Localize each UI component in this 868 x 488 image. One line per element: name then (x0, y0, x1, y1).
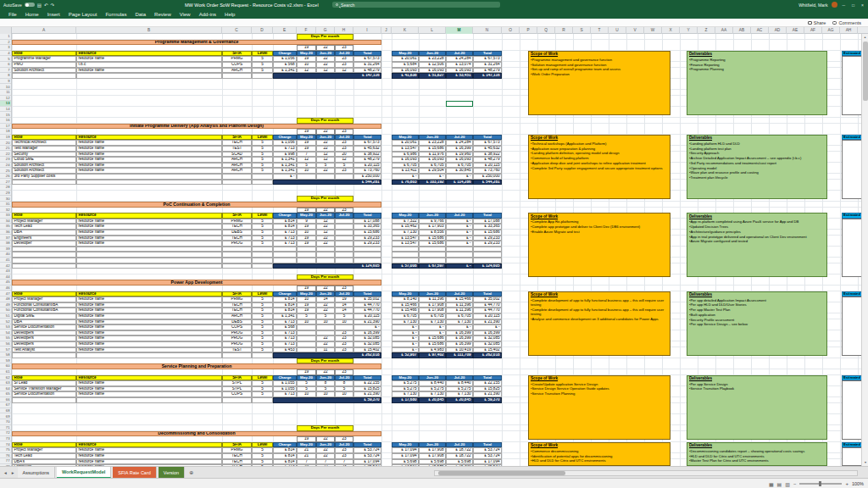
cell-days-jun[interactable]: 11 (316, 347, 335, 353)
cell-charge[interactable]: £ 814 (273, 308, 297, 313)
month-column-header[interactable]: Jun-20 (419, 213, 446, 219)
cell-charge[interactable]: £ 814 (273, 224, 297, 230)
row-header-64[interactable]: 64 (0, 385, 11, 391)
row-header-73[interactable]: 73 (0, 436, 11, 442)
col-header-H[interactable]: H (335, 27, 353, 34)
days-value[interactable]: 19 (297, 129, 316, 135)
row-header-25[interactable]: 25 (0, 168, 11, 174)
cell-cost-may[interactable]: £ 17,094 (392, 447, 419, 453)
cell-row-total[interactable]: £ 53,724 (353, 453, 381, 459)
cell-level[interactable]: 5 (252, 62, 273, 68)
cell-cost-total[interactable]: £ 17,088 (473, 219, 502, 225)
cell-charge[interactable]: £ 713 (273, 341, 297, 347)
cell-resource[interactable]: resource name (76, 146, 222, 152)
deliverables-box[interactable]: Deliverables•Per app detailed Applicatio… (687, 291, 827, 356)
cell-cost-jun[interactable]: £ 5,275 (419, 386, 446, 392)
cell-empty[interactable] (76, 352, 222, 358)
cell-charge[interactable]: £ 814 (273, 447, 297, 453)
cell-cost-may[interactable]: £ 6,705 (392, 163, 419, 169)
cell-cost-may[interactable]: £ - (392, 330, 419, 336)
cell-days-jul[interactable]: 23 (335, 62, 353, 68)
cell-role[interactable]: Project Manager (12, 297, 76, 302)
cell-level[interactable]: 5 (252, 308, 273, 313)
selected-cell[interactable] (446, 101, 473, 107)
cell-charge[interactable]: £ 453 (273, 347, 297, 353)
cell-days-jul[interactable]: 5 (335, 386, 353, 392)
cell-cost-jul[interactable]: £ 11,396 (446, 302, 473, 308)
estimated-box[interactable] (842, 297, 861, 355)
redo-icon[interactable]: ↷ (51, 3, 55, 8)
ribbon-tab-formulas[interactable]: Formulas (101, 9, 131, 19)
month-column-header[interactable]: May-20 (392, 135, 419, 141)
cell-days-may[interactable] (297, 341, 316, 347)
cell-days-may[interactable]: 10 (297, 319, 316, 325)
col-header-Y[interactable]: Y (680, 27, 698, 34)
normal-view-icon[interactable]: ▦ (769, 481, 774, 487)
deliverables-box[interactable]: Deliverables•App re-platform completed u… (687, 213, 827, 277)
scope-of-work-box[interactable]: Scope of Work•Commence decommissioning•I… (528, 442, 670, 466)
row-header-34[interactable]: 34 (0, 219, 11, 225)
column-header-resource[interactable]: Resource (76, 442, 222, 448)
row-header-57[interactable]: 57 (0, 347, 11, 352)
cell-resource[interactable]: resource name (76, 236, 222, 241)
cell-sfia[interactable]: PRMG (222, 56, 252, 62)
col-header-T[interactable]: T (591, 27, 609, 34)
cell-empty[interactable] (353, 252, 381, 258)
ribbon-tab-add-ins[interactable]: Add-ins (195, 9, 220, 19)
col-header-Q[interactable]: Q (537, 27, 555, 34)
cell-level[interactable]: 5 (252, 163, 273, 169)
cell-empty[interactable] (12, 252, 76, 258)
cell-charge[interactable]: £ 1,056 (273, 140, 297, 146)
cell-empty[interactable] (76, 252, 222, 258)
cell-cost-total[interactable]: £ 38,922 (473, 152, 502, 158)
cell-role[interactable]: Digital SME (12, 313, 76, 319)
cell-days-jul[interactable]: 23 (335, 330, 353, 336)
cell-cost-jun[interactable]: £ 4,983 (419, 347, 446, 353)
cell-days-jul[interactable]: 23 (335, 140, 353, 146)
row-header-20[interactable]: 20 (0, 140, 11, 146)
cell-days-may[interactable]: 19 (297, 236, 316, 241)
cell-empty[interactable] (419, 258, 446, 263)
row-header-67[interactable]: 67 (0, 402, 11, 408)
cell-role[interactable]: Project Manager (12, 219, 76, 225)
row-header-55[interactable]: 55 (0, 336, 11, 341)
scope-of-work-box[interactable]: Scope of Work•Technical workshops (Appli… (528, 135, 670, 199)
cell-level[interactable]: 5 (252, 319, 273, 325)
row-header-29[interactable]: 29 (0, 191, 11, 197)
cell-empty[interactable] (316, 252, 335, 258)
cell-empty[interactable] (473, 247, 502, 252)
cell-charge[interactable]: £ 568 (273, 324, 297, 330)
scroll-up-arrow[interactable]: ▲ (862, 34, 868, 41)
estimated-box[interactable] (842, 380, 861, 439)
row-header-26[interactable]: 26 (0, 174, 11, 180)
cell-cost-jul[interactable]: £ 7,130 (446, 391, 473, 397)
row-header-33[interactable]: 33 (0, 213, 11, 219)
cell-days-jul[interactable]: 14 (335, 308, 353, 313)
cell-days-may[interactable]: 19 (297, 308, 316, 313)
cell-level[interactable]: 5 (252, 68, 273, 74)
row-header-52[interactable]: 52 (0, 319, 11, 324)
cell-days-jun[interactable]: 22 (316, 341, 335, 347)
zoom-slider[interactable] (799, 483, 842, 485)
column-header-resource[interactable]: Resource (76, 213, 222, 219)
col-header-S[interactable]: S (573, 27, 591, 34)
cell-row-total[interactable]: £ 31,264 (353, 62, 381, 68)
cell-charge[interactable]: £ 814 (273, 297, 297, 302)
row-header-49[interactable]: 49 (0, 302, 11, 308)
cell-days-jul[interactable]: 10 (335, 391, 353, 397)
cell-days-may[interactable]: 10 (297, 168, 316, 174)
row-header-12[interactable]: 12 (0, 96, 11, 102)
cell-resource[interactable]: resource name (76, 347, 222, 353)
cell-days-jul[interactable] (335, 241, 353, 247)
cell-empty[interactable] (252, 252, 273, 258)
row-header-39[interactable]: 39 (0, 247, 11, 252)
cell-days-jun[interactable]: 22 (316, 453, 335, 459)
cell-resource[interactable]: resource name (76, 224, 222, 230)
row-header-24[interactable]: 24 (0, 163, 11, 169)
cell-cost-jun[interactable]: £ 17,908 (419, 302, 446, 308)
cell-resource[interactable]: resource name (76, 140, 222, 146)
cell-level[interactable]: 5 (252, 230, 273, 236)
cell-resource[interactable]: resource name (76, 341, 222, 347)
cell-sfia[interactable]: TEST (222, 347, 252, 353)
cell-empty[interactable] (12, 180, 76, 186)
